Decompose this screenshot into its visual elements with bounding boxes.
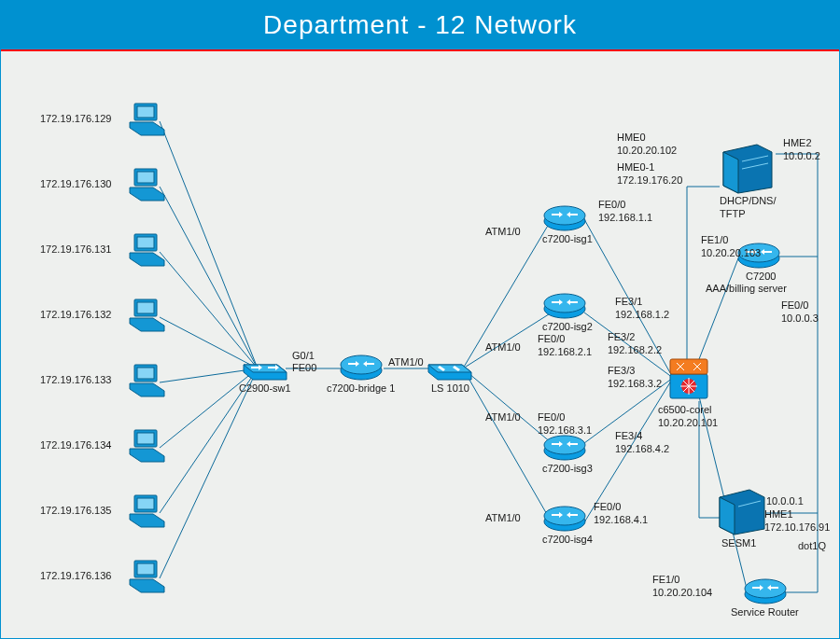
link-label: FE0/0 192.168.1.1 (598, 199, 652, 225)
svg-rect-30 (137, 237, 154, 248)
svg-rect-33 (137, 302, 154, 313)
device-label-c7200aaa: C7200 (746, 271, 776, 284)
link-label: HME0 10.20.20.102 (617, 132, 677, 158)
core-switch-icon (665, 355, 712, 406)
link-label: FE3/2 192.168.2.2 (608, 331, 662, 357)
svg-rect-27 (137, 172, 154, 183)
svg-marker-31 (130, 318, 164, 331)
device-label-sesm1: SESM1 (721, 537, 756, 550)
workstation-ip: 172.19.176.136 (40, 570, 111, 583)
workstation-icon (127, 363, 166, 402)
device-label-ls1010: LS 1010 (431, 382, 469, 396)
svg-marker-37 (130, 449, 164, 462)
svg-point-97 (745, 579, 786, 598)
switch-icon (242, 354, 288, 385)
device-label-bridge: c7200-bridge 1 (327, 382, 395, 396)
svg-marker-43 (130, 579, 164, 592)
link-label: ATM1/0 (485, 512, 521, 525)
link-label: HME0-1 172.19.176.20 (617, 161, 682, 188)
svg-line-2 (160, 252, 258, 368)
svg-rect-36 (137, 368, 154, 379)
workstation-icon (127, 298, 166, 337)
workstation-icon (127, 428, 166, 467)
workstation-ip: 172.19.176.129 (40, 113, 111, 126)
svg-line-1 (160, 187, 258, 368)
link-label: FE0/0 192.168.3.1 (538, 411, 592, 438)
svg-rect-24 (137, 106, 154, 118)
router-icon (542, 434, 587, 465)
workstation-ip: 172.19.176.131 (40, 243, 111, 257)
device-label-c6500: c6500-corel (658, 404, 711, 417)
workstation-ip: 172.19.176.130 (40, 178, 111, 191)
link-label: FE3/1 192.168.1.2 (615, 296, 669, 322)
workstation-ip: 172.19.176.133 (40, 374, 111, 387)
device-label-isg3: c7200-isg3 (542, 463, 593, 476)
workstation-icon (127, 167, 166, 206)
svg-rect-42 (137, 498, 154, 509)
svg-rect-39 (137, 433, 154, 444)
svg-point-51 (341, 355, 382, 374)
device-ip-c6500: 10.20.20.101 (658, 417, 718, 430)
svg-line-13 (463, 368, 552, 522)
svg-line-7 (160, 368, 258, 578)
link-label: FE1/0 10.20.20.104 (652, 574, 712, 600)
svg-line-20 (699, 258, 738, 359)
svg-marker-86 (723, 152, 738, 193)
workstation-icon (127, 102, 166, 141)
router-icon (542, 204, 587, 236)
link-label: HME1 172.10.176.91 (764, 508, 830, 535)
svg-rect-75 (670, 359, 707, 374)
link-label: FE0/0 10.0.0.3 (781, 299, 819, 326)
link-label: FE3/4 192.168.4.2 (615, 430, 669, 456)
router-icon (542, 505, 587, 536)
switch-icon (427, 354, 473, 385)
server-icon (716, 488, 768, 540)
router-icon (743, 577, 788, 609)
router-icon (339, 354, 384, 385)
device-label-isg4: c7200-isg4 (542, 534, 593, 547)
workstation-ip: 172.19.176.134 (40, 439, 111, 452)
link-label: ATM1/0 (485, 411, 521, 424)
link-label: HME2 10.0.0.2 (783, 137, 820, 163)
device-label-isg1: c7200-isg1 (542, 233, 593, 246)
link-label: FE3/3 192.168.3.2 (608, 365, 662, 391)
title-bar: Department - 12 Network (1, 1, 839, 51)
device-label-isg2: c7200-isg2 (542, 321, 593, 334)
device-label-dhcp: DHCP/DNS/ TFTP (720, 195, 777, 221)
workstation-ip: 172.19.176.132 (40, 309, 111, 322)
link-label: G0/1 (292, 350, 315, 363)
svg-marker-28 (130, 253, 164, 266)
link-label: FE1/0 10.20.20.103 (701, 234, 761, 260)
svg-point-59 (544, 206, 585, 225)
svg-point-71 (544, 507, 585, 525)
svg-marker-40 (130, 514, 164, 527)
device-label-c2900: C2900-sw1 (239, 382, 291, 396)
svg-marker-25 (130, 188, 164, 201)
svg-line-0 (160, 121, 258, 368)
router-icon (542, 292, 587, 324)
svg-rect-45 (137, 563, 154, 575)
workstation-icon (127, 493, 166, 533)
svg-point-63 (544, 294, 585, 313)
svg-marker-34 (130, 383, 164, 396)
page-title: Department - 12 Network (263, 10, 577, 40)
server-icon (720, 143, 776, 198)
device-sub-aaa: AAA/billing server (706, 283, 787, 296)
link-label: ATM1/0 (485, 226, 521, 239)
link-label: ATM1/0 (485, 341, 521, 354)
workstation-ip: 172.19.176.135 (40, 505, 111, 518)
svg-marker-22 (130, 122, 164, 135)
link-label: ATM1/0 (388, 356, 424, 369)
link-label: FE00 (292, 362, 316, 375)
device-label-service-router: Service Router (731, 606, 799, 619)
workstation-icon (127, 559, 166, 598)
link-label: dot1Q (798, 540, 826, 553)
link-label: FE0/0 192.168.4.1 (594, 501, 648, 527)
svg-point-67 (544, 436, 585, 454)
workstation-icon (127, 232, 166, 271)
link-label: FE0/0 192.168.2.1 (538, 333, 592, 359)
link-label: 10.0.0.1 (766, 495, 804, 508)
diagram-canvas: Department - 12 Network (0, 0, 840, 639)
